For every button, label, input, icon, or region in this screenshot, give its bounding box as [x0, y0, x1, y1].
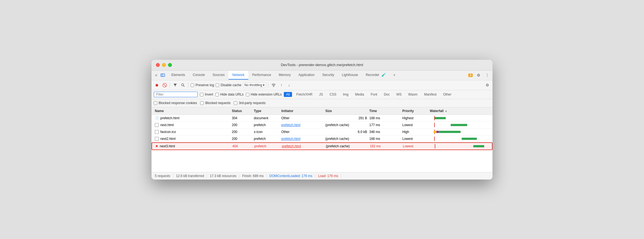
devtools-window: DevTools - prerender-demos.glitch.me/pre… — [152, 60, 492, 180]
cell-size: 6.0 kB — [324, 129, 368, 134]
header-name[interactable]: Name — [154, 108, 231, 113]
disable-cache-label[interactable]: Disable cache — [216, 83, 241, 87]
filter-type-css[interactable]: CSS — [327, 92, 339, 97]
tab-sources[interactable]: Sources — [209, 71, 229, 80]
tab-more[interactable]: » — [390, 71, 399, 80]
tab-elements[interactable]: Elements — [167, 71, 189, 80]
tab-bar-right: 2 ⚙ ⋮ — [468, 72, 490, 78]
clear-button[interactable]: 🚫 — [161, 82, 167, 88]
document-icon: 📄 — [155, 116, 159, 120]
table-row[interactable]: 📄 prefetch.html 304 document Other 291 B… — [152, 115, 492, 122]
svg-rect-1 — [162, 74, 163, 76]
toolbar-right: ⚙ — [484, 82, 490, 88]
tab-performance[interactable]: Performance — [248, 71, 275, 80]
filter-type-all[interactable]: All — [284, 92, 292, 97]
header-type[interactable]: Type — [253, 108, 280, 113]
throttle-arrow-icon: ▾ — [263, 83, 265, 87]
tab-console[interactable]: Console — [189, 71, 209, 80]
device-icon[interactable] — [160, 73, 165, 78]
download-icon[interactable]: ↓ — [286, 82, 292, 88]
blocked-cookies-label[interactable]: Blocked response cookies — [154, 101, 197, 105]
cell-initiator: Other — [280, 116, 324, 121]
close-button[interactable] — [156, 63, 160, 67]
record-button[interactable]: ⏺ — [154, 82, 160, 88]
table-row[interactable]: next2.html 200 prefetch prefetch.html (p… — [152, 135, 492, 142]
header-initiator[interactable]: Initiator — [280, 108, 324, 113]
filter-icon[interactable] — [172, 82, 178, 88]
cell-size: (prefetch cache) — [324, 123, 368, 127]
minimize-button[interactable] — [162, 63, 166, 67]
filter-type-doc[interactable]: Doc — [382, 92, 392, 97]
third-party-checkbox[interactable] — [234, 101, 237, 105]
filter-type-img[interactable]: Img — [341, 92, 351, 97]
filter-type-fetch[interactable]: Fetch/XHR — [294, 92, 315, 97]
tab-security[interactable]: Security — [318, 71, 338, 80]
filter-type-other[interactable]: Other — [441, 92, 454, 97]
cell-size: 291 B — [324, 116, 368, 121]
cell-initiator: prefetch.html — [280, 136, 324, 141]
blocked-cookies-checkbox[interactable] — [154, 101, 157, 105]
table-header: Name Status Type Initiator Size Time Pri… — [152, 107, 492, 115]
cell-status: 200 — [231, 129, 253, 134]
hide-extension-urls-label[interactable]: Hide extension URLs — [246, 93, 282, 96]
tab-application[interactable]: Application — [295, 71, 318, 80]
preserve-log-checkbox[interactable] — [191, 83, 194, 87]
empty-row — [152, 150, 492, 172]
hide-data-urls-checkbox[interactable] — [215, 93, 219, 96]
tab-recorder[interactable]: Recorder 🧪 — [362, 70, 390, 80]
waterfall-sort-icon: ▲ — [445, 109, 447, 112]
header-size[interactable]: Size — [324, 108, 368, 113]
tab-lighthouse[interactable]: Lighthouse — [338, 71, 362, 80]
hide-extension-urls-checkbox[interactable] — [246, 93, 249, 96]
upload-icon[interactable]: ↑ — [278, 82, 284, 88]
cell-time: 162 ms — [369, 144, 402, 149]
tab-bar-icons: ⌗ — [154, 73, 165, 78]
filter-type-manifest[interactable]: Manifest — [422, 92, 439, 97]
hide-data-urls-label[interactable]: Hide data URLs — [215, 93, 244, 96]
svg-line-3 — [183, 86, 185, 87]
header-time[interactable]: Time — [368, 108, 401, 113]
cell-name: 📄 prefetch.html — [154, 116, 231, 121]
filter-type-js[interactable]: JS — [317, 92, 325, 97]
tab-network[interactable]: Network — [229, 71, 248, 80]
filter-bar: Invert Hide data URLs Hide extension URL… — [152, 90, 492, 99]
filter-type-ws[interactable]: WS — [394, 92, 404, 97]
waterfall-bar — [435, 117, 446, 119]
header-priority[interactable]: Priority — [401, 108, 429, 113]
cell-priority: Lowest — [402, 144, 429, 149]
table-row[interactable]: favicon.ico 200 x-icon Other 6.0 kB 346 … — [152, 129, 492, 135]
cell-status: 404 — [231, 144, 253, 149]
disable-cache-checkbox[interactable] — [216, 83, 219, 87]
filter-type-wasm[interactable]: Wasm — [406, 92, 420, 97]
cell-initiator: Other — [280, 129, 324, 134]
cell-type: prefetch — [253, 136, 280, 141]
issues-badge[interactable]: 2 — [468, 74, 473, 77]
settings-icon[interactable]: ⚙ — [475, 72, 481, 78]
cell-time: 168 ms — [368, 116, 401, 121]
invert-label[interactable]: Invert — [200, 93, 213, 96]
header-status[interactable]: Status — [231, 108, 253, 113]
blocked-requests-label[interactable]: Blocked requests — [200, 101, 230, 105]
more-options-icon[interactable]: ⋮ — [484, 72, 490, 78]
filter-input[interactable] — [154, 92, 198, 97]
inspect-icon[interactable]: ⌗ — [154, 73, 159, 78]
table-row[interactable]: next.html 200 prefetch prefetch.html (pr… — [152, 122, 492, 129]
filter-type-font[interactable]: Font — [368, 92, 379, 97]
waterfall-bar — [451, 124, 467, 126]
cell-size: (prefetch cache) — [324, 136, 368, 141]
preserve-log-label[interactable]: Preserve log — [191, 83, 214, 87]
network-settings-icon[interactable]: ⚙ — [484, 82, 490, 88]
wifi-icon[interactable] — [271, 82, 277, 88]
header-waterfall[interactable]: Waterfall ▲ — [429, 108, 490, 113]
tab-memory[interactable]: Memory — [275, 71, 295, 80]
throttle-select[interactable]: No throttling ▾ — [243, 82, 266, 88]
table-row-error[interactable]: ✖ next3.html 404 prefetch prefetch.html … — [152, 142, 492, 150]
separator-3 — [268, 83, 268, 88]
cell-waterfall — [429, 123, 490, 127]
invert-checkbox[interactable] — [200, 93, 203, 96]
third-party-label[interactable]: 3rd-party requests — [234, 101, 265, 105]
search-icon[interactable] — [180, 82, 186, 88]
maximize-button[interactable] — [168, 63, 172, 67]
blocked-requests-checkbox[interactable] — [200, 101, 204, 105]
filter-type-media[interactable]: Media — [353, 92, 366, 97]
